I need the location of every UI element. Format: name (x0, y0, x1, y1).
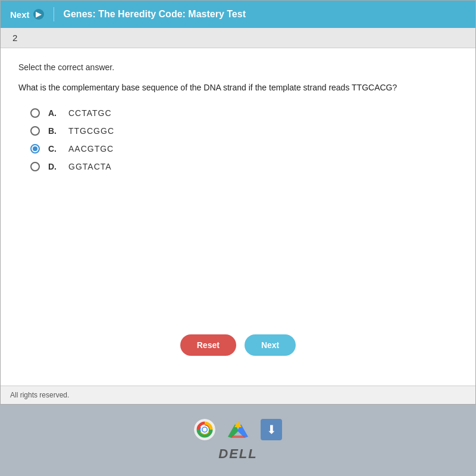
question-area: Select the correct answer. What is the c… (1, 48, 475, 386)
taskbar: ⬇ DELL (0, 405, 476, 476)
option-a[interactable]: A. CCTATGC (30, 108, 458, 118)
option-d-letter: D. (48, 162, 60, 171)
buttons-row: Reset Next (18, 334, 458, 368)
radio-d[interactable] (30, 162, 40, 171)
option-d-text: GGTACTA (68, 162, 112, 171)
header-title: Genes: The Heredity Code: Mastery Test (64, 9, 246, 20)
option-c-text: AACGTGC (68, 144, 114, 154)
header-next-label: Next (10, 10, 30, 20)
option-a-text: CCTATGC (68, 108, 112, 118)
chrome-icon[interactable] (194, 419, 215, 440)
taskbar-icons: ⬇ (194, 419, 282, 440)
option-b-letter: B. (48, 126, 60, 136)
svg-rect-9 (231, 436, 245, 438)
files-icon[interactable]: ⬇ (261, 419, 282, 440)
option-b-text: TTGCGGC (68, 126, 114, 136)
files-icon-symbol: ⬇ (267, 422, 277, 437)
header-arrow-icon: ▶ (33, 9, 44, 20)
instruction-text: Select the correct answer. (18, 62, 458, 72)
radio-c[interactable] (30, 144, 40, 154)
drive-icon[interactable] (227, 419, 249, 440)
radio-c-inner (33, 146, 37, 151)
svg-marker-8 (234, 421, 242, 427)
radio-b[interactable] (30, 126, 40, 136)
option-b[interactable]: B. TTGCGGC (30, 126, 458, 136)
radio-a[interactable] (30, 108, 40, 118)
header-bar: Next ▶ Genes: The Heredity Code: Mastery… (1, 1, 475, 28)
answer-options: A. CCTATGC B. TTGCGGC C. AACGTGC (30, 108, 458, 171)
option-c[interactable]: C. AACGTGC (30, 144, 458, 154)
option-a-letter: A. (48, 108, 60, 118)
svg-point-4 (203, 428, 207, 432)
footer: All rights reserved. (1, 386, 475, 404)
dell-logo: DELL (218, 446, 257, 462)
footer-text: All rights reserved. (10, 391, 69, 399)
header-next-button[interactable]: Next ▶ (10, 9, 44, 20)
question-number: 2 (12, 33, 17, 43)
question-number-bar: 2 (1, 28, 475, 48)
question-text: What is the complementary base sequence … (18, 82, 458, 94)
header-divider (54, 7, 54, 21)
reset-button[interactable]: Reset (180, 334, 236, 356)
next-button[interactable]: Next (245, 334, 296, 356)
option-d[interactable]: D. GGTACTA (30, 162, 458, 171)
option-c-letter: C. (48, 144, 60, 154)
